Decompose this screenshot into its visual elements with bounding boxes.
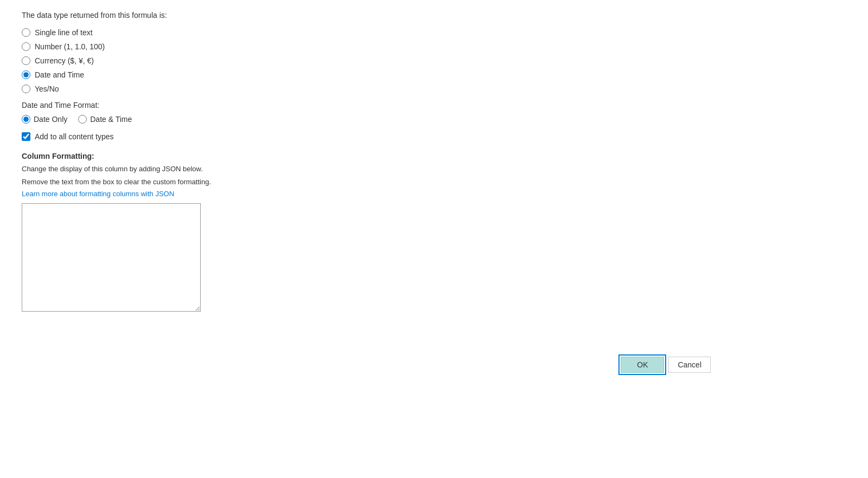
radio-date-time-format[interactable] [78, 115, 87, 124]
json-textarea[interactable] [22, 203, 201, 312]
radio-item-single-line-text[interactable]: Single line of text [22, 28, 304, 37]
column-formatting-desc2: Remove the text from the box to clear th… [22, 177, 304, 188]
column-formatting-section: Column Formatting: Change the display of… [22, 152, 304, 313]
radio-currency[interactable] [22, 56, 30, 65]
cancel-button[interactable]: Cancel [668, 357, 711, 373]
radio-date-and-time[interactable] [22, 70, 30, 79]
radio-label-number: Number (1, 1.0, 100) [35, 42, 105, 51]
radio-label-date-only: Date Only [34, 115, 67, 124]
json-formatting-link[interactable]: Learn more about formatting columns with… [22, 190, 174, 198]
add-to-all-content-types-item[interactable]: Add to all content types [22, 132, 304, 141]
ok-button[interactable]: OK [621, 357, 664, 373]
radio-item-currency[interactable]: Currency ($, ¥, €) [22, 56, 304, 65]
radio-number[interactable] [22, 42, 30, 51]
radio-item-date-and-time[interactable]: Date and Time [22, 70, 304, 79]
radio-date-only[interactable] [22, 115, 30, 124]
radio-item-yes-no[interactable]: Yes/No [22, 85, 304, 93]
ok-button-wrapper: OK [618, 354, 666, 375]
buttons-container: OK Cancel [618, 354, 711, 375]
column-formatting-title: Column Formatting: [22, 152, 304, 160]
radio-item-date-only[interactable]: Date Only [22, 115, 67, 124]
radio-label-date-time-format: Date & Time [90, 115, 132, 124]
add-to-all-checkbox[interactable] [22, 132, 30, 141]
radio-item-date-time[interactable]: Date & Time [78, 115, 132, 124]
radio-single-line-text[interactable] [22, 28, 30, 37]
date-format-radio-group: Date Only Date & Time [22, 115, 304, 124]
formula-description: The data type returned from this formula… [22, 11, 304, 20]
radio-label-date-and-time: Date and Time [35, 70, 84, 79]
main-content: The data type returned from this formula… [0, 0, 326, 324]
radio-item-number[interactable]: Number (1, 1.0, 100) [22, 42, 304, 51]
add-to-all-label: Add to all content types [35, 132, 114, 141]
radio-label-single-line-text: Single line of text [35, 28, 93, 37]
column-formatting-desc1: Change the display of this column by add… [22, 164, 304, 175]
date-time-format-label: Date and Time Format: [22, 101, 304, 109]
radio-yes-no[interactable] [22, 85, 30, 93]
radio-label-currency: Currency ($, ¥, €) [35, 56, 94, 65]
radio-label-yes-no: Yes/No [35, 85, 59, 93]
data-type-radio-group: Single line of text Number (1, 1.0, 100)… [22, 28, 304, 93]
